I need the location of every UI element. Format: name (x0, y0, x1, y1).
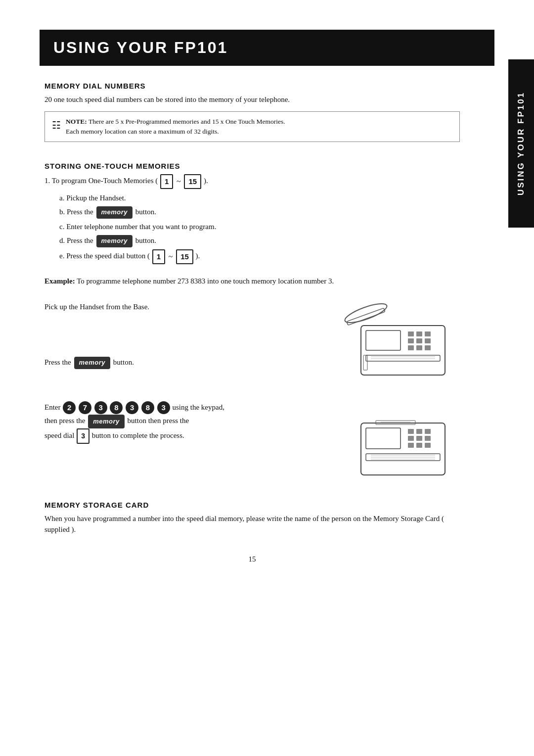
svg-rect-25 (408, 443, 414, 448)
memory-badge-b: memory (96, 206, 133, 219)
step-a: a. Pickup the Handset. (59, 192, 460, 204)
press-memory-text: Press the memory button. (44, 356, 321, 369)
page-wrapper: USING YOUR FP101 USING YOUR FP101 MEMORY… (0, 0, 534, 756)
step-b: b. Press the memory button. (59, 206, 460, 219)
enter-digits-text: Enter 2 7 3 8 3 8 3 using the keypad, th… (44, 401, 321, 444)
example-paragraph: Example: To programme telephone number 2… (44, 275, 460, 287)
svg-rect-12 (425, 345, 431, 350)
note-box: ☷ NOTE: There are 5 x Pre-Programmed mem… (44, 111, 460, 142)
svg-rect-24 (425, 436, 431, 441)
example-bold: Example: (44, 277, 75, 285)
speed-dial-key: 3 (77, 428, 89, 444)
note-line1: There are 5 x Pre-Programmed memories an… (89, 118, 285, 125)
svg-rect-11 (416, 345, 422, 350)
svg-rect-9 (425, 338, 431, 343)
svg-rect-22 (408, 436, 414, 441)
fax-svg-1 (336, 301, 455, 380)
example-text-content: To programme telephone number 273 8383 i… (77, 277, 334, 285)
memory-badge-press: memory (74, 357, 111, 369)
svg-rect-18 (366, 428, 400, 449)
memory-badge-enter: memory (88, 415, 125, 428)
svg-rect-26 (416, 443, 422, 448)
svg-rect-19 (408, 429, 414, 434)
digit-3a: 3 (126, 401, 138, 414)
fax-svg-2 (336, 401, 455, 480)
svg-rect-14 (363, 355, 367, 370)
digit-2: 2 (63, 401, 76, 414)
svg-rect-5 (416, 331, 422, 336)
memory-storage-section: MEMORY STORAGE CARD When you have progra… (44, 501, 460, 535)
svg-rect-23 (416, 436, 422, 441)
page-title: USING YOUR FP101 (53, 39, 228, 56)
pickup-row: Pick up the Handset from the Base. Press… (44, 301, 460, 380)
svg-rect-21 (425, 429, 431, 434)
digit-8a: 8 (110, 401, 123, 414)
memory-dial-heading: MEMORY DIAL NUMBERS (44, 82, 460, 90)
step-c: c. Enter telephone number that you want … (59, 221, 460, 233)
sidebar-tab: USING YOUR FP101 (508, 59, 534, 228)
note-icon: ☷ (52, 118, 61, 133)
key-15-e: 15 (176, 249, 193, 264)
svg-rect-6 (425, 331, 431, 336)
storing-section: STORING ONE-TOUCH MEMORIES 1. To program… (44, 162, 460, 264)
note-line2: Each memory location can store a maximum… (66, 128, 219, 135)
memory-dial-intro: 20 one touch speed dial numbers can be s… (44, 94, 460, 105)
sidebar-label: USING YOUR FP101 (516, 92, 526, 195)
enter-row: Enter 2 7 3 8 3 8 3 using the keypad, th… (44, 401, 460, 480)
digit-7: 7 (79, 401, 91, 414)
key-1-e: 1 (152, 249, 165, 264)
key-15: 15 (184, 174, 201, 189)
digit-3b: 3 (157, 401, 170, 414)
fax-image-2 (331, 401, 460, 480)
note-bold: NOTE: (66, 118, 87, 125)
digit-8b: 8 (141, 401, 154, 414)
step-1: 1. To program One-Touch Memories ( 1 ~ 1… (44, 174, 460, 189)
storing-heading: STORING ONE-TOUCH MEMORIES (44, 162, 460, 170)
svg-rect-10 (408, 345, 414, 350)
main-title-bar: USING YOUR FP101 (40, 30, 494, 66)
pickup-text-col: Pick up the Handset from the Base. Press… (44, 301, 321, 369)
digit-3: 3 (94, 401, 107, 414)
memory-dial-section: MEMORY DIAL NUMBERS 20 one touch speed d… (44, 82, 460, 142)
memory-badge-d: memory (96, 235, 133, 247)
memory-storage-heading: MEMORY STORAGE CARD (44, 501, 460, 509)
svg-rect-20 (416, 429, 422, 434)
step-d: d. Press the memory button. (59, 235, 460, 247)
svg-point-0 (343, 301, 389, 327)
svg-rect-8 (416, 338, 422, 343)
step-e: e. Press the speed dial button ( 1 ~ 15 … (59, 249, 460, 264)
svg-rect-27 (425, 443, 431, 448)
svg-rect-3 (366, 331, 400, 350)
svg-rect-13 (366, 355, 440, 361)
key-1: 1 (160, 174, 173, 189)
svg-rect-7 (408, 338, 414, 343)
enter-text-col: Enter 2 7 3 8 3 8 3 using the keypad, th… (44, 401, 321, 444)
svg-rect-4 (408, 331, 414, 336)
page-number: 15 (44, 555, 460, 564)
note-content: NOTE: There are 5 x Pre-Programmed memor… (66, 117, 285, 137)
memory-storage-text: When you have programmed a number into t… (44, 513, 460, 535)
pickup-handset-text: Pick up the Handset from the Base. (44, 301, 321, 313)
content-area: MEMORY DIAL NUMBERS 20 one touch speed d… (40, 82, 494, 564)
fax-image-1 (331, 301, 460, 380)
